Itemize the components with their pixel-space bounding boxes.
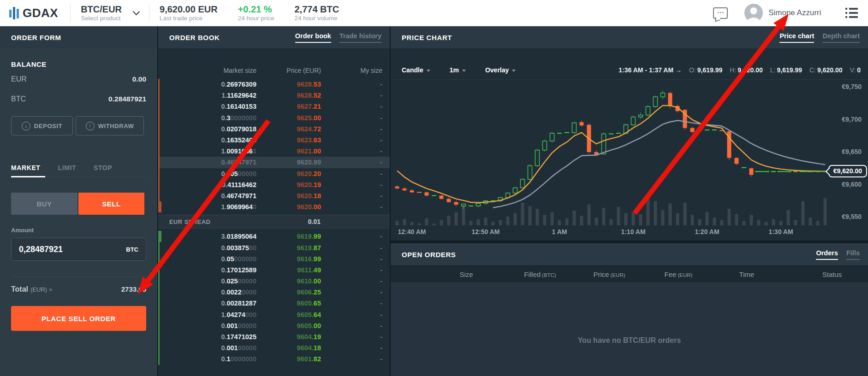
caret-down-icon <box>462 70 466 72</box>
balance-amount: 0.28487921 <box>108 95 146 103</box>
price-cell: 9604.19 <box>256 333 321 341</box>
ask-row[interactable]: 0.300000009625.00- <box>158 112 390 123</box>
open-orders-body: You have no BTC/EUR orders <box>391 282 868 376</box>
tab-market[interactable]: MARKET <box>11 164 40 171</box>
bid-row[interactable]: 0.100000009601.82- <box>158 353 390 364</box>
divider <box>11 276 146 277</box>
open-orders-col-fee: Fee(EUR) <box>665 270 693 278</box>
candle-time-range: 1:36 AM - 1:37 AM → <box>618 66 682 74</box>
bid-row[interactable]: 0.001000009604.18- <box>158 342 390 353</box>
overlay-dropdown[interactable]: Overlay <box>485 66 516 74</box>
amount-value: 0,28487921 <box>19 245 63 254</box>
bid-row[interactable]: 0.003875009619.87- <box>158 242 390 253</box>
balance-currency: EUR <box>11 75 27 83</box>
bid-row[interactable]: 3.018950649619.99- <box>158 231 390 242</box>
open-orders-columns: SizeFilled(BTC)Price(EUR)Fee(EUR)TimeSta… <box>391 265 868 282</box>
balance-row-eur: EUR 0.00 <box>11 70 146 88</box>
menu-icon[interactable] <box>845 8 858 18</box>
stat-value: 2,774 BTC <box>294 4 339 15</box>
gdax-logo-icon <box>9 6 19 19</box>
tab-limit[interactable]: LIMIT <box>58 164 76 171</box>
balance-currency: BTC <box>11 95 26 103</box>
my-size-cell: - <box>321 333 390 341</box>
sell-button[interactable]: SELL <box>78 193 144 215</box>
tab-orders[interactable]: Orders <box>816 249 838 260</box>
my-size-cell: - <box>321 147 390 155</box>
tab-depth-chart[interactable]: Depth chart <box>822 32 860 43</box>
gdax-logo[interactable]: GDAX <box>9 6 58 20</box>
x-axis-label: 1:10 AM <box>621 228 645 235</box>
amount-input[interactable]: 0,28487921 BTC <box>11 238 146 261</box>
order-form-header: ORDER FORM <box>0 26 157 48</box>
ask-row[interactable]: 0.020790189624.72- <box>158 123 390 135</box>
bid-row[interactable]: 0.174710259604.19- <box>158 331 390 342</box>
ask-row[interactable]: 0.467479719620.18- <box>158 190 390 201</box>
bid-row[interactable]: 0.002200009606.25- <box>158 287 390 298</box>
market-size-cell: 0.00281287 <box>162 300 256 307</box>
withdraw-button[interactable]: ↑ WITHDRAW <box>76 116 144 135</box>
bid-row[interactable]: 0.002812879605.65- <box>158 298 390 309</box>
market-size-cell: 0.17471025 <box>162 333 256 341</box>
tab-price-chart[interactable]: Price chart <box>779 32 814 43</box>
my-size-cell: - <box>321 136 390 144</box>
market-size-cell: 0.26976309 <box>162 81 256 88</box>
ask-row[interactable]: 0.411164629620.19- <box>158 179 390 190</box>
bid-row[interactable]: 0.050000009616.99- <box>158 253 390 264</box>
user-name[interactable]: Simone Azzurri <box>768 8 821 18</box>
market-size-cell: 0.30000000 <box>162 114 256 122</box>
ask-depth-bar <box>158 90 162 101</box>
market-size-cell: 0.02079018 <box>162 125 256 133</box>
price-cell: 9624.72 <box>256 125 321 133</box>
stat-label: 24 hour volume <box>294 15 339 22</box>
chart-canvas <box>391 80 868 241</box>
bid-row[interactable]: 0.170125899611.49- <box>158 264 390 276</box>
price-cell: 9620.99 <box>256 159 321 166</box>
ask-row[interactable]: 0.163524089623.63- <box>158 135 390 146</box>
my-size-cell: - <box>321 277 390 285</box>
market-size-cell: 1.90699640 <box>162 203 256 211</box>
chat-icon[interactable]: ⋯ <box>713 7 728 19</box>
open-orders-col-price: Price(EUR) <box>593 270 625 278</box>
place-sell-order-button[interactable]: PLACE SELL ORDER <box>11 306 146 331</box>
price-cell: 9605.00 <box>256 322 321 329</box>
my-size-cell: - <box>321 233 390 240</box>
ohlc-open: O:9,619.99 <box>689 66 722 74</box>
tab-stop[interactable]: STOP <box>94 164 112 171</box>
market-size-cell: 1.04274000 <box>162 311 256 318</box>
avatar[interactable] <box>744 4 763 22</box>
tab-order-book[interactable]: Order book <box>295 32 331 43</box>
ask-row[interactable]: 1.906996409620.00- <box>158 201 390 212</box>
chart-type-dropdown[interactable]: Candle <box>402 66 430 74</box>
price-chart-panel: PRICE CHART Price chart Depth chart Cand… <box>391 26 868 241</box>
ask-row[interactable]: 0.467479719620.99- <box>158 157 390 168</box>
ask-depth-bar <box>158 190 162 201</box>
price-cell: 9610.00 <box>256 277 321 285</box>
total-unit: (EUR) ≈ <box>30 286 52 293</box>
candlestick-chart[interactable]: €9,620.00 €9,750€9,700€9,650€9,600€9,550… <box>391 79 868 241</box>
tab-fills[interactable]: Fills <box>846 249 860 260</box>
gdax-logo-text: GDAX <box>23 6 58 20</box>
tab-trade-history[interactable]: Trade history <box>339 32 381 43</box>
market-size-cell: 0.46747971 <box>162 159 256 166</box>
bid-row[interactable]: 1.042740009605.64- <box>158 309 390 320</box>
price-cell: 9627.21 <box>256 103 321 110</box>
bid-row[interactable]: 0.001000009605.00- <box>158 320 390 331</box>
ask-row[interactable]: 1.009165619621.00- <box>158 146 390 157</box>
col-my-size: My size <box>321 67 390 74</box>
ask-row[interactable]: 1.116296429628.52- <box>158 90 390 101</box>
stat-last-trade-price: 9,620.00 EUR Last trade price <box>149 4 228 22</box>
market-size-cell: 0.00100000 <box>162 344 256 352</box>
interval-dropdown[interactable]: 1m <box>450 66 466 74</box>
price-cell: 9621.00 <box>256 147 321 155</box>
buy-button[interactable]: BUY <box>11 193 77 215</box>
market-size-cell: 0.17012589 <box>162 266 256 274</box>
market-size-cell: 0.00220000 <box>162 288 256 296</box>
price-cell: 9623.63 <box>256 136 321 144</box>
deposit-button[interactable]: ↓ DEPOSIT <box>11 116 73 135</box>
ask-row[interactable]: 0.005000009620.20- <box>158 168 390 179</box>
product-selector[interactable]: BTC/EUR Select product <box>71 4 149 22</box>
ask-row[interactable]: 0.269763099628.53- <box>158 79 390 90</box>
bid-row[interactable]: 0.025000009610.00- <box>158 276 390 287</box>
ask-row[interactable]: 0.161401539627.21- <box>158 101 390 112</box>
price-cell: 9619.99 <box>256 233 321 240</box>
